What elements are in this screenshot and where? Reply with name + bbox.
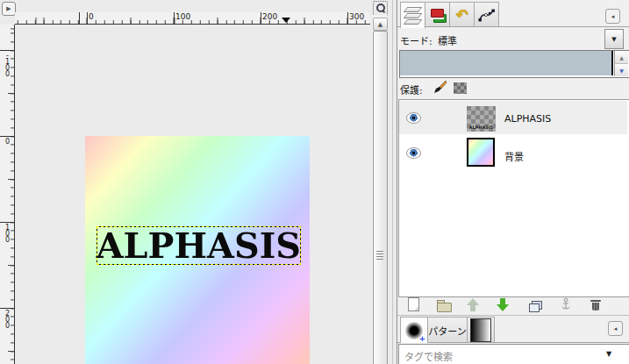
dropdown-icon: ▼: [611, 36, 616, 43]
opacity-spin-up-button[interactable]: ▲: [614, 51, 628, 63]
ruler-position-marker: [282, 18, 290, 23]
tab-brushes[interactable]: +: [400, 317, 428, 343]
dock-divider: [397, 315, 629, 316]
scrollbar-thumb[interactable]: [373, 31, 388, 364]
tab-gradients[interactable]: [467, 317, 495, 343]
new-layer-button[interactable]: [404, 296, 422, 313]
visibility-eye-icon[interactable]: [406, 112, 421, 124]
opacity-slider-handle[interactable]: [611, 51, 613, 75]
opacity-spin-down-button[interactable]: ▼: [614, 63, 628, 76]
brush-plus-icon: +: [418, 334, 425, 343]
ruler-corner-menu-button[interactable]: ▶: [2, 2, 16, 16]
layer-list: ALPHASIS ALPHASIS 背景: [398, 99, 629, 297]
layer-thumbnail[interactable]: [467, 138, 495, 167]
anchor-icon: [559, 297, 573, 311]
layers-stack-icon: [405, 6, 420, 25]
gimp-window: ▶ 0 100 200 300 -100 0 100 200 ALPHASIS …: [0, 0, 629, 364]
scrollbar-up-button[interactable]: ▲: [373, 18, 388, 31]
tab-paths[interactable]: [474, 2, 499, 27]
layer-name[interactable]: ALPHASIS: [504, 113, 551, 125]
bottom-dock-menu-button[interactable]: ◂: [608, 321, 623, 336]
lower-layer-button[interactable]: [494, 296, 511, 313]
lock-alpha-button[interactable]: [454, 82, 467, 94]
spin-up-icon: ▲: [619, 54, 624, 61]
dock-menu-button[interactable]: ◂: [605, 9, 620, 24]
v-ruler-label: 100: [4, 224, 11, 242]
tab-layers[interactable]: [400, 2, 425, 28]
h-ruler-label: 300: [349, 12, 364, 21]
layer-name[interactable]: 背景: [504, 149, 524, 163]
vertical-ruler[interactable]: -100 0 100 200: [0, 25, 15, 364]
zoom-fit-toggle-button[interactable]: [373, 1, 388, 16]
new-layer-icon: [408, 297, 419, 311]
undo-arrow-icon: ↶: [455, 6, 468, 24]
tab-channels[interactable]: [425, 2, 450, 27]
channels-icon: [430, 7, 446, 23]
tab-undo-history[interactable]: ↶: [449, 2, 475, 27]
folder-icon: [435, 297, 452, 312]
spin-down-icon: ▼: [619, 68, 624, 74]
v-ruler-label: -100: [4, 52, 11, 76]
lock-label: 保護:: [400, 82, 423, 96]
paths-icon: [478, 7, 496, 23]
mode-dropdown-button[interactable]: ▼: [604, 29, 624, 49]
lock-pixels-button[interactable]: [432, 80, 447, 95]
scrollbar-grip: [376, 251, 383, 260]
v-ruler-label: 200: [4, 310, 11, 328]
paintbrush-icon: [432, 80, 447, 95]
duplicate-icon: [526, 297, 542, 311]
gradient-icon: [470, 318, 491, 342]
patterns-tab-label: パターン: [428, 324, 466, 338]
selection-marching-ants[interactable]: ALPHASIS: [96, 226, 301, 265]
delete-layer-button[interactable]: [587, 296, 604, 313]
bottom-tabs-divider: [397, 342, 629, 343]
horizontal-ruler[interactable]: 0 100 200 300: [15, 12, 370, 25]
mode-label: モード:: [400, 33, 432, 47]
tabs-divider: [397, 26, 629, 27]
anchor-layer-button[interactable]: [557, 296, 575, 313]
new-group-button[interactable]: [434, 296, 452, 313]
layer-row-background[interactable]: 背景: [399, 134, 627, 171]
brush-icon: +: [404, 321, 424, 340]
layers-dock: ↶ ◂ モード: 標準 ▼ ▲ ▼: [397, 0, 629, 364]
layer-thumbnail[interactable]: ALPHASIS: [467, 106, 496, 132]
tab-patterns[interactable]: パターン: [427, 317, 468, 343]
thumbnail-text: ALPHASIS: [469, 123, 494, 132]
trash-icon: [587, 296, 604, 312]
raise-layer-button[interactable]: [464, 296, 482, 313]
dock-menu-icon: ◂: [614, 325, 618, 332]
mode-value: 標準: [438, 33, 457, 47]
tag-search-dropdown-icon[interactable]: ▼: [606, 350, 611, 358]
raise-arrow-icon: [467, 298, 479, 311]
dock-menu-icon: ◂: [611, 13, 615, 20]
canvas-text: ALPHASIS: [96, 228, 301, 263]
tag-search-placeholder: タグで検索: [404, 349, 453, 363]
visibility-eye-icon[interactable]: [406, 147, 421, 159]
duplicate-layer-button[interactable]: [525, 296, 543, 313]
v-ruler-label: 0: [4, 138, 11, 144]
h-ruler-label: 200: [262, 12, 277, 21]
opacity-slider[interactable]: [400, 51, 613, 75]
layer-row-alphasis[interactable]: ALPHASIS ALPHASIS: [399, 101, 627, 134]
dock-splitter[interactable]: [392, 0, 393, 364]
layer-toolbar: [397, 296, 629, 315]
h-ruler-label: 100: [175, 12, 190, 21]
corner-menu-icon: ▶: [6, 5, 11, 12]
h-ruler-label: 0: [89, 12, 94, 21]
lower-arrow-icon: [497, 298, 509, 311]
magnifier-handle: [382, 10, 385, 13]
scroll-up-icon: ▲: [378, 21, 382, 28]
